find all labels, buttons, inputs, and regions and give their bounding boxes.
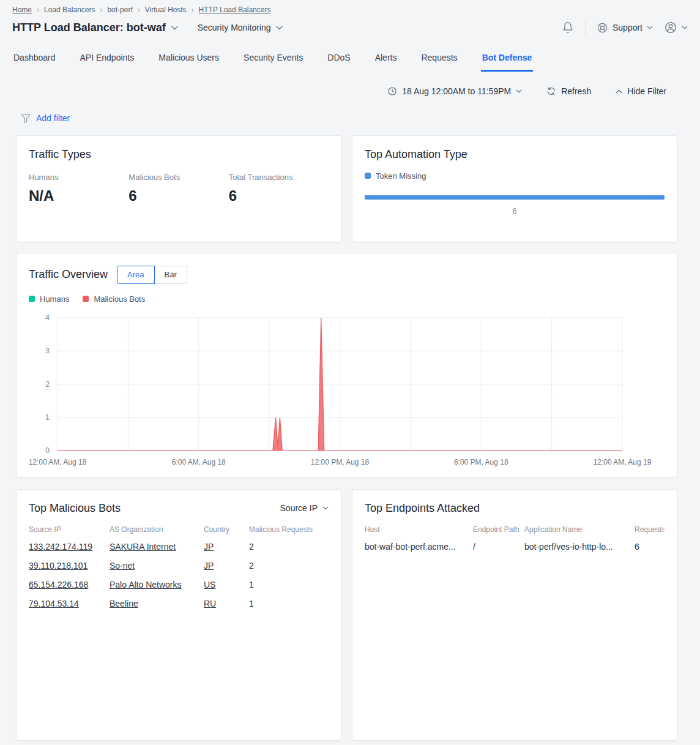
metric: HumansN/A: [29, 173, 128, 204]
tab-requests[interactable]: Requests: [420, 50, 458, 72]
top-malicious-bots-card: Top Malicious Bots Source IP Source IPAS…: [16, 489, 341, 741]
table-cell-link[interactable]: US: [204, 580, 249, 590]
breadcrumb-separator: ›: [100, 6, 102, 14]
svg-text:3: 3: [45, 346, 50, 355]
table-cell: 2: [249, 542, 329, 552]
add-filter-label: Add filter: [36, 113, 70, 123]
table-row: bot-waf-bot-perf.acme.../bot-perf/ves-io…: [365, 537, 665, 556]
traffic-overview-legend: HumansMalicious Bots: [29, 294, 665, 304]
chevron-down-icon[interactable]: [171, 26, 178, 30]
traffic-types-title: Traffic Types: [29, 148, 329, 161]
metric: Malicious Bots6: [128, 173, 228, 204]
top-header: Home›Load Balancers›bot-perf›Virtual Hos…: [0, 0, 700, 36]
table-cell-link[interactable]: Beeline: [110, 599, 204, 608]
table-cell-link[interactable]: JP: [204, 542, 249, 552]
table-cell-link[interactable]: RU: [204, 599, 249, 608]
hide-filter-button[interactable]: Hide Filter: [616, 86, 666, 96]
support-menu[interactable]: Support: [597, 22, 653, 34]
table-body: bot-waf-bot-perf.acme.../bot-perf/ves-io…: [365, 537, 665, 556]
account-icon: [664, 21, 677, 34]
toggle-bar[interactable]: Bar: [154, 266, 187, 284]
table-cell-link[interactable]: 39.110.218.101: [29, 561, 110, 571]
tab-security-events[interactable]: Security Events: [242, 50, 304, 72]
clock-icon: [387, 86, 397, 96]
column-header: Country: [204, 525, 249, 534]
tab-alerts[interactable]: Alerts: [374, 50, 398, 72]
chevron-down-icon: [322, 506, 329, 510]
svg-text:12:00 PM, Aug 18: 12:00 PM, Aug 18: [311, 458, 370, 466]
breadcrumb-separator: ›: [37, 6, 39, 14]
bell-icon: [562, 21, 574, 34]
top-automation-card: Top Automation Type Token Missing 6: [352, 135, 677, 242]
svg-text:6:00 AM, Aug 18: 6:00 AM, Aug 18: [172, 458, 226, 466]
legend-item: Malicious Bots: [83, 294, 145, 304]
table-cell: bot-perf/ves-io-http-lo...: [524, 542, 635, 552]
metric-label: Humans: [29, 173, 128, 182]
metric-value: N/A: [29, 187, 128, 204]
legend-swatch: [29, 296, 35, 302]
metric-value: 6: [229, 187, 329, 204]
metric-value: 6: [128, 187, 228, 204]
tab-malicious-users[interactable]: Malicious Users: [157, 50, 220, 72]
add-filter-button[interactable]: Add filter: [21, 113, 70, 123]
account-menu[interactable]: [664, 21, 688, 34]
tab-bar: DashboardAPI EndpointsMalicious UsersSec…: [0, 50, 700, 72]
metric-label: Total Transactions: [229, 173, 329, 182]
table-cell-link[interactable]: 133.242.174.119: [29, 542, 110, 552]
table-cell-link[interactable]: 65.154.226.168: [29, 580, 110, 590]
table-cell-link[interactable]: SAKURA Internet: [110, 542, 204, 552]
refresh-label: Refresh: [561, 86, 591, 96]
table-cell: bot-waf-bot-perf.acme...: [365, 542, 473, 552]
tab-dashboard[interactable]: Dashboard: [12, 50, 57, 72]
tab-api-endpoints[interactable]: API Endpoints: [79, 50, 136, 72]
chevron-down-icon: [682, 26, 688, 29]
notifications-button[interactable]: [562, 21, 574, 34]
refresh-button[interactable]: Refresh: [546, 86, 591, 96]
automation-legend: Token Missing: [365, 171, 665, 181]
traffic-types-card: Traffic Types HumansN/AMalicious Bots6To…: [16, 135, 341, 242]
breadcrumb-item[interactable]: Load Balancers: [44, 6, 95, 14]
table-cell: 1: [249, 599, 329, 608]
breadcrumb-item[interactable]: HTTP Load Balancers: [199, 6, 271, 14]
table-cell: 2: [249, 561, 329, 571]
breadcrumb-separator: ›: [192, 6, 194, 14]
toolbar: 18 Aug 12:00AM to 11:59PM Refresh Hide F…: [0, 86, 666, 96]
refresh-icon: [546, 86, 556, 96]
table-header-row: Source IPAS OrganizationCountryMalicious…: [29, 525, 329, 534]
table-cell-link[interactable]: So-net: [110, 561, 204, 571]
filter-row: Add filter: [21, 113, 700, 125]
selector-label: Security Monitoring: [198, 23, 271, 32]
table-header-row: HostEndpoint PathApplication NameRequest…: [365, 525, 665, 534]
automation-bar: [365, 195, 665, 200]
svg-text:2: 2: [45, 380, 50, 388]
table-cell-link[interactable]: JP: [204, 561, 249, 571]
breadcrumb-item[interactable]: Home: [12, 6, 32, 14]
tab-ddos[interactable]: DDoS: [326, 50, 351, 72]
svg-text:12:00 AM, Aug 19: 12:00 AM, Aug 19: [594, 458, 652, 466]
traffic-overview-card: Traffic Overview AreaBar HumansMalicious…: [16, 253, 677, 477]
table-cell: /: [473, 542, 524, 552]
svg-text:4: 4: [45, 313, 50, 322]
chart-type-toggle: AreaBar: [117, 266, 187, 284]
table-body: 133.242.174.119SAKURA InternetJP239.110.…: [29, 537, 329, 613]
toggle-area[interactable]: Area: [117, 266, 154, 284]
group-by-select[interactable]: Source IP: [280, 503, 329, 513]
date-range-picker[interactable]: 18 Aug 12:00AM to 11:59PM: [387, 86, 522, 96]
table-cell-link[interactable]: 79.104.53.14: [29, 599, 110, 608]
filter-icon: [21, 114, 31, 123]
security-monitoring-selector[interactable]: Security Monitoring: [198, 23, 283, 32]
table-cell-link[interactable]: Palo Alto Networks: [110, 580, 204, 590]
column-header: AS Organization: [110, 525, 204, 534]
chevron-up-icon: [616, 89, 622, 94]
breadcrumb: Home›Load Balancers›bot-perf›Virtual Hos…: [12, 6, 688, 14]
breadcrumb-item[interactable]: Virtual Hosts: [145, 6, 187, 14]
malicious-bots-header: Top Malicious Bots Source IP: [29, 502, 329, 515]
traffic-overview-title: Traffic Overview: [29, 268, 108, 281]
tab-bot-defense[interactable]: Bot Defense: [481, 50, 534, 72]
breadcrumb-item[interactable]: bot-perf: [107, 6, 132, 14]
top-endpoints-title: Top Endpoints Attacked: [365, 502, 665, 515]
topbar-actions: Support: [562, 20, 688, 36]
column-header: Source IP: [29, 525, 110, 534]
table-row: 79.104.53.14BeelineRU1: [29, 594, 329, 613]
date-range-label: 18 Aug 12:00AM to 11:59PM: [402, 86, 511, 96]
